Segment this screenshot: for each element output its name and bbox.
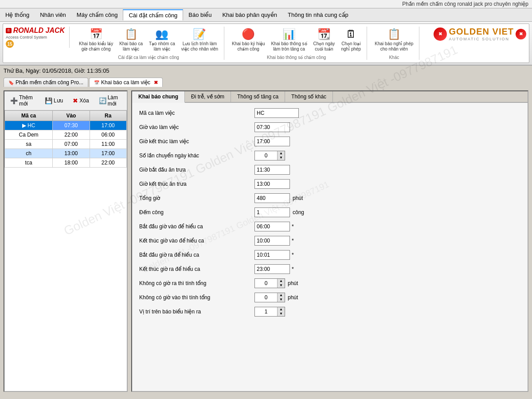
ribbon-btn-khai-bao-kieu-lay[interactable]: 📅 Khai báo kiểu lấygiờ chấm công (77, 27, 115, 53)
spin-up-so-lan[interactable]: ▲ (278, 151, 285, 156)
star-bd-gio-ra: * (292, 252, 294, 258)
khai-bao-ca-tab-label: Khai báo ca làm việc (101, 79, 150, 86)
table-row[interactable]: sa 07:00 11:00 (5, 140, 127, 149)
table-row[interactable]: ▶ HC 07:30 17:00 (5, 121, 127, 130)
menu-khai-bao-phan-quyen[interactable]: Khai báo phân quyền (217, 10, 282, 20)
label-tong-gio: Tổng giờ (139, 195, 254, 201)
spin-up-khong-gio-ra[interactable]: ▲ (278, 279, 285, 283)
input-gio-ket-thuc[interactable] (254, 137, 290, 146)
ribbon-group-items-3: 📋 Khai báo nghỉ phépcho nhân viên (372, 27, 415, 53)
ribbon-btn-nghi-phep[interactable]: 📋 Khai báo nghỉ phépcho nhân viên (372, 27, 415, 53)
spin-down-khong-gio-ra[interactable]: ▼ (278, 283, 285, 288)
label-bd-gio-vao-hieu-ca: Bắt đầu giờ vào để hiểu ca (139, 223, 254, 230)
delete-button[interactable]: ✖ Xóa (70, 93, 92, 108)
label-kt-gio-vao-hieu-ca: Kết thúc giờ vào để hiểu ca (139, 238, 254, 244)
table-row[interactable]: Ca Dem 22:00 06:00 (5, 130, 127, 140)
chon-loai-icon: 🗓 (346, 28, 356, 40)
save-button[interactable]: 💾 Lưu (42, 93, 66, 108)
cell-ma-ca: tca (5, 158, 53, 168)
ribbon-group-khac: 📋 Khai báo nghỉ phépcho nhân viên Khác (369, 27, 419, 60)
menu-he-thong[interactable]: Hệ thống (0, 10, 35, 20)
window-tab-khai-bao-ca[interactable]: 📅 Khai báo ca làm việc ✖ (89, 78, 163, 87)
khai-bao-kieu-lay-icon: 📅 (90, 28, 103, 40)
form-row-vi-tri: Vị trí trên báo biểu hiện ra ▲ ▼ (139, 307, 520, 317)
refresh-button[interactable]: 🔄 Làm mới (96, 93, 124, 108)
input-kt-gio-vao-hieu-ca[interactable] (254, 236, 290, 246)
ribbon-group-items-2: 🔴 Khai báo ký hiệuchấm công 📊 Khai báo t… (230, 27, 363, 53)
refresh-label: Làm mới (108, 94, 121, 107)
input-gio-vao[interactable] (254, 122, 290, 132)
ribbon-btn-luu-lich-trinh[interactable]: 📝 Lưu lịch trình làmviệc cho nhân viên (179, 27, 220, 53)
cell-ra: 17:00 (90, 121, 126, 130)
form-row-bd-an-trua: Giờ bắt đầu ăn trưa (139, 165, 520, 175)
spin-down-so-lan[interactable]: ▼ (278, 156, 285, 160)
left-panel: ➕ Thêm mới 💾 Lưu ✖ Xóa 🔄 Làm mới Mã ca V… (4, 90, 128, 392)
input-bd-gio-ra-hieu-ca[interactable] (254, 250, 290, 260)
spinner-btns-khong-gio-vao: ▲ ▼ (277, 293, 285, 302)
tab-khai-bao-chung[interactable]: Khai báo chung (132, 91, 185, 103)
spin-down-vi-tri[interactable]: ▼ (278, 312, 285, 316)
label-khong-gio-vao: Không có giờ vào thì tính tổng (139, 294, 254, 301)
spin-up-khong-gio-vao[interactable]: ▲ (278, 293, 285, 297)
cell-vao: 13:00 (53, 149, 90, 158)
spinner-vi-tri: ▲ ▼ (254, 307, 285, 317)
input-kt-gio-ra-hieu-ca[interactable] (254, 264, 290, 274)
ribbon-btn-chon-loai[interactable]: 🗓 Chọn loạinghỉ phép (339, 27, 363, 53)
add-button[interactable]: ➕ Thêm mới (7, 93, 38, 108)
input-bd-an-trua[interactable] (254, 165, 290, 175)
form-row-khong-gio-ra: Không có giờ ra thì tính tổng ▲ ▼ phút (139, 278, 520, 288)
menu-thong-tin[interactable]: Thông tin nhà cung cấp (282, 10, 354, 20)
tao-nhom-ca-icon: 👥 (155, 28, 168, 40)
input-kt-an-trua[interactable] (254, 179, 290, 189)
ribbon-group-cai-dat-ca: 📅 Khai báo kiểu lấygiờ chấm công 📋 Khai … (73, 27, 224, 60)
tab-thong-so-tang-ca[interactable]: Thông số tăng ca (231, 91, 285, 102)
form-row-tong-gio: Tổng giờ phút (139, 193, 520, 203)
input-so-lan[interactable] (255, 151, 277, 160)
table-row[interactable]: tca 18:00 22:00 (5, 158, 127, 168)
ribbon-btn-thong-so-tang-ca[interactable]: 📊 Khai báo thông sốlàm tròn tăng ca (269, 27, 309, 53)
ribbon-btn-khai-bao-ca[interactable]: 📋 Khai báo calàm việc (117, 27, 145, 53)
input-ma-ca[interactable] (254, 108, 299, 118)
ribbon-btn-chon-ngay[interactable]: 📆 Chọn ngàycuối tuần (311, 27, 337, 53)
top-bar: Phần mềm chấm công ronald jack pro chuyê… (0, 0, 532, 8)
input-dem-cong[interactable] (254, 207, 290, 217)
menu-may-cham-cong[interactable]: Máy chấm công (71, 10, 123, 20)
star-bd-gio-vao: * (292, 223, 294, 230)
input-khong-gio-vao[interactable] (255, 293, 277, 302)
spin-down-khong-gio-vao[interactable]: ▼ (278, 297, 285, 302)
main-content: ➕ Thêm mới 💾 Lưu ✖ Xóa 🔄 Làm mới Mã ca V… (0, 87, 532, 395)
date-text: Thứ Ba, Ngày: 01/05/2018, Giờ: 11:35:05 (4, 67, 110, 74)
menu-nhan-vien[interactable]: Nhân viên (35, 10, 71, 20)
logo-group: ® RONALD JACK Access Control System 15 (6, 27, 70, 48)
khai-bao-ca-close-btn[interactable]: ✖ (154, 80, 158, 86)
ribbon-btn-tao-nhom-ca[interactable]: 👥 Tạo nhóm calàm việc (147, 27, 177, 53)
input-tong-gio[interactable] (254, 193, 290, 203)
spinner-btns-khong-gio-ra: ▲ ▼ (277, 279, 285, 288)
ribbon-btn-ky-hieu[interactable]: 🔴 Khai báo ký hiệuchấm công (230, 27, 267, 53)
cell-vao: 07:30 (53, 121, 90, 130)
cell-ra: 22:00 (90, 158, 126, 168)
spinner-btns-vi-tri: ▲ ▼ (277, 307, 285, 316)
table-row[interactable]: ch 13:00 17:00 (5, 149, 127, 158)
menu-bao-bieu[interactable]: Báo biểu (183, 10, 217, 20)
input-khong-gio-ra[interactable] (255, 279, 277, 288)
star-kt-gio-vao: * (292, 238, 294, 244)
logo-ronald-jack: RONALD JACK (13, 27, 65, 35)
golden-brand: GOLDEN VIET AUTOMATIC SOLUTION (449, 27, 514, 41)
cell-vao: 18:00 (53, 158, 90, 168)
form-row-bd-gio-vao-hieu-ca: Bắt đầu giờ vào để hiểu ca * (139, 222, 520, 231)
ribbon-group-label-2: Khai báo thông số chấm công (267, 55, 326, 60)
input-vi-tri[interactable] (255, 307, 277, 316)
spinner-btns-so-lan: ▲ ▼ (277, 151, 285, 160)
tab-thong-so-khac[interactable]: Thông số khác (285, 91, 333, 102)
input-bd-gio-vao-hieu-ca[interactable] (254, 222, 290, 231)
window-tab-main[interactable]: 🔖 Phần mềm chấm công Pro... (4, 78, 88, 87)
col-ra: Ra (90, 111, 126, 121)
right-panel: Khai báo chung Đi trễ, về sớm Thông số t… (131, 90, 528, 392)
label-ma-ca: Mã ca làm việc (139, 110, 254, 116)
spin-up-vi-tri[interactable]: ▲ (278, 307, 285, 312)
golden-red-icon: ✖ (434, 27, 447, 41)
menu-cai-dat-cham-cong[interactable]: Cài đặt chấm công (123, 9, 183, 20)
tab-di-tre-ve-som[interactable]: Đi trễ, về sớm (185, 91, 231, 102)
add-icon: ➕ (10, 97, 18, 104)
